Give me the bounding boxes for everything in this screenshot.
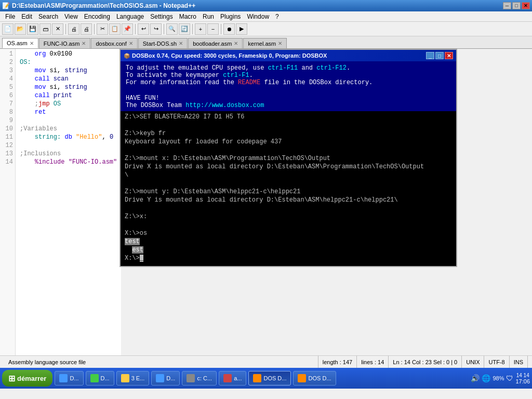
tab-kernel-close[interactable]: ✕: [278, 41, 282, 46]
code-area[interactable]: org 0x0100 OS: mov si, string call scan …: [16, 49, 121, 355]
tray-clock: 14 14 17:06: [515, 373, 530, 384]
line-ending-section: UNIX: [462, 356, 484, 368]
line-num: 4: [0, 75, 13, 83]
taskbar-item-8[interactable]: DOS D...: [293, 371, 336, 385]
tray-time: 17:06: [515, 378, 530, 384]
menu-help[interactable]: ?: [272, 12, 282, 21]
copy-button[interactable]: 📋: [109, 23, 121, 35]
tab-bootloader[interactable]: bootloader.asm ✕: [188, 38, 243, 48]
menu-view[interactable]: View: [61, 12, 81, 21]
file-type-label: Assembly language source file: [8, 359, 86, 365]
macro-play[interactable]: ▶: [236, 23, 247, 35]
dosbox-terminal[interactable]: Z:\>SET BLASTER=A220 I7 D1 H5 T6 Z:\>key…: [121, 111, 456, 266]
close-button[interactable]: ✕: [522, 2, 530, 9]
tab-func-io[interactable]: FUNC-IO.asm ✕: [39, 38, 91, 48]
menu-edit[interactable]: Edit: [18, 12, 35, 21]
code-line-6: call print: [20, 91, 117, 100]
cut-button[interactable]: ✂: [97, 23, 108, 35]
tab-kernel[interactable]: kernel.asm ✕: [243, 38, 287, 48]
menu-encoding[interactable]: Encoding: [81, 12, 113, 21]
taskbar-icon-4: [156, 374, 164, 382]
tray-battery: 98%: [493, 375, 504, 381]
tab-bootloader-close[interactable]: ✕: [234, 41, 238, 46]
redo-button[interactable]: ↪: [150, 23, 162, 35]
tray-icon-3: 🛡: [506, 374, 513, 382]
tab-dosbox-conf-close[interactable]: ✕: [129, 41, 133, 46]
menu-run[interactable]: Run: [200, 12, 217, 21]
tab-start-dos-label: Start-DOS.sh: [143, 41, 177, 47]
start-button[interactable]: ⊞ démarrer: [2, 370, 52, 387]
close-button-tb[interactable]: ✕: [52, 23, 63, 35]
taskbar-icon-3: [121, 374, 129, 382]
find-button[interactable]: 🔍: [166, 23, 178, 35]
menu-macro[interactable]: Macro: [176, 12, 200, 21]
taskbar-item-2[interactable]: D...: [86, 371, 114, 385]
dosbox-close-button[interactable]: ✕: [445, 52, 453, 59]
save-all-button[interactable]: 🗃: [39, 23, 51, 35]
zoom-in-button[interactable]: +: [195, 23, 206, 35]
line-ending-label: UNIX: [466, 359, 480, 365]
taskbar-item-3[interactable]: 3 E...: [116, 371, 150, 385]
tab-os-asm[interactable]: OS.asm ✕: [2, 38, 38, 48]
minimize-button[interactable]: ─: [503, 2, 511, 9]
menu-window[interactable]: Window: [244, 12, 272, 21]
print-button[interactable]: 🖨: [68, 23, 79, 35]
dos-line-11: Drive Y is mounted as local directory D:…: [125, 196, 452, 205]
line-num: 8: [0, 108, 13, 116]
taskbar-icon-7: [253, 374, 261, 382]
open-button[interactable]: 📂: [15, 23, 26, 35]
separator-1: [65, 24, 66, 34]
dosbox-icon: 📦: [124, 53, 130, 59]
tab-func-io-close[interactable]: ✕: [82, 41, 86, 46]
paste-button[interactable]: 📌: [122, 23, 133, 35]
line-num: 14: [0, 158, 13, 166]
code-line-7: ;jmp OS: [20, 100, 117, 108]
dos-line-9: [125, 180, 452, 188]
encoding-label: UTF-8: [488, 359, 504, 365]
length-section: length : 147: [318, 356, 357, 368]
macro-record[interactable]: ⏺: [223, 23, 235, 35]
tab-start-dos[interactable]: Start-DOS.sh ✕: [138, 38, 188, 48]
dos-line-5: [125, 147, 452, 155]
taskbar-label-2: D...: [101, 375, 110, 381]
line-num: 9: [0, 116, 13, 125]
zoom-out-button[interactable]: −: [207, 23, 219, 35]
title-bar-left: 📝 D:\Esteban\ASM\Programmation\TechOS\OS…: [2, 2, 195, 9]
taskbar-item-4[interactable]: D...: [151, 371, 180, 385]
dos-line-1: Z:\>SET BLASTER=A220 I7 D1 H5 T6: [125, 113, 452, 122]
separator-4: [164, 24, 164, 34]
tray-icon-2: 🌐: [482, 374, 490, 382]
print-now-button[interactable]: 🖨: [81, 23, 92, 35]
menu-plugins[interactable]: Plugins: [217, 12, 244, 21]
menu-search[interactable]: Search: [35, 12, 61, 21]
tab-os-asm-close[interactable]: ✕: [30, 41, 34, 46]
tab-dosbox-conf[interactable]: dosbox.conf ✕: [91, 38, 137, 48]
taskbar-icon-2: [90, 374, 99, 382]
code-line-4: call scan: [20, 75, 117, 83]
line-num: 5: [0, 83, 13, 91]
dosbox-maximize-button[interactable]: □: [435, 52, 444, 59]
taskbar-item-6[interactable]: a...: [219, 371, 246, 385]
taskbar-item-5[interactable]: c: C...: [182, 371, 217, 385]
dosbox-window[interactable]: 📦 DOSBox 0.74, Cpu speed: 3000 cycles, F…: [119, 49, 457, 267]
code-line-2: OS:: [20, 58, 117, 66]
taskbar-item-7[interactable]: DOS D...: [248, 371, 291, 385]
menu-file[interactable]: File: [2, 12, 18, 21]
dos-line-13: Z:\>x:: [125, 213, 452, 221]
start-label: démarrer: [17, 375, 46, 382]
undo-button[interactable]: ↩: [138, 23, 149, 35]
dosbox-minimize-button[interactable]: _: [426, 52, 434, 59]
dosbox-controls: _ □ ✕: [426, 52, 453, 59]
tab-start-dos-close[interactable]: ✕: [179, 41, 183, 46]
maximize-button[interactable]: □: [512, 2, 521, 9]
save-button[interactable]: 💾: [27, 23, 38, 35]
tab-func-io-label: FUNC-IO.asm: [44, 41, 80, 47]
menu-settings[interactable]: Settings: [147, 12, 176, 21]
taskbar-icon-8: [298, 374, 306, 382]
new-button[interactable]: 📄: [2, 23, 14, 35]
dosbox-havefun-area: HAVE FUN! The DOSBox Team http://www.dos…: [121, 92, 456, 111]
replace-button[interactable]: 🔄: [179, 23, 190, 35]
menu-language[interactable]: Language: [113, 12, 147, 21]
taskbar-item-1[interactable]: D...: [55, 371, 83, 385]
dosbox-info-area: To adjust the emulated CPU speed, use ct…: [121, 61, 456, 92]
